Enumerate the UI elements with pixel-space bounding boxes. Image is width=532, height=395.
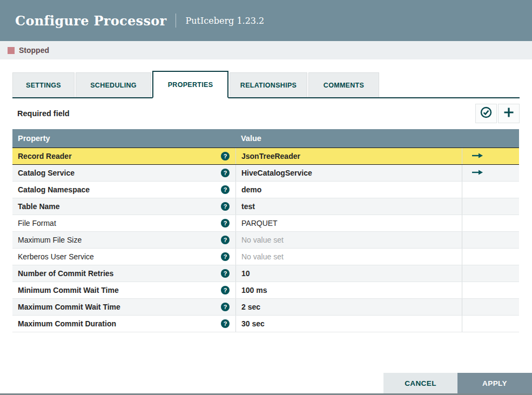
property-name: Catalog Service [18,169,75,177]
action-cell [462,165,519,181]
processor-type-version: PutIceberg 1.23.2 [185,16,264,26]
table-row[interactable]: Kerberos User Service ? No value set [12,249,519,265]
value-cell[interactable]: 2 sec [235,299,462,315]
dialog-footer: CANCEL APPLY [383,373,532,393]
property-name: Maximum Commit Wait Time [18,303,120,311]
stopped-icon [8,47,15,54]
property-cell: Maximum Commit Wait Time ? [12,299,235,315]
property-value: No value set [241,236,284,244]
property-cell: Catalog Namespace ? [12,182,235,198]
help-icon[interactable]: ? [221,286,230,294]
property-cell: File Format ? [12,215,235,231]
help-icon[interactable]: ? [221,319,230,328]
action-cell [462,249,519,265]
add-property-button[interactable] [498,104,520,123]
tab-relationships[interactable]: RELATIONSHIPS [230,72,307,97]
status-bar: Stopped [0,41,532,59]
toolbar-buttons [475,104,520,123]
property-cell: Kerberos User Service ? [12,249,235,265]
required-field-label: Required field [12,109,70,118]
table-row[interactable]: Minimum Commit Wait Time ? 100 ms [12,282,519,299]
table-row[interactable]: Catalog Namespace ? demo [12,182,519,198]
action-cell [462,198,519,215]
dialog-content: SETTINGS SCHEDULING PROPERTIES RELATIONS… [0,71,532,332]
tab-scheduling[interactable]: SCHEDULING [76,72,151,97]
property-value: No value set [241,252,284,261]
property-value: 10 [241,269,250,278]
property-cell: Table Name ? [12,198,235,215]
help-icon[interactable]: ? [221,202,230,211]
property-value: test [241,202,255,211]
help-icon[interactable]: ? [221,269,230,278]
status-label: Stopped [19,46,49,55]
table-row[interactable]: Catalog Service ? HiveCatalogService [12,165,519,182]
property-value: 100 ms [241,286,267,294]
action-cell [462,282,519,298]
help-icon[interactable]: ? [221,252,230,261]
value-cell[interactable]: 100 ms [235,282,462,298]
help-icon[interactable]: ? [221,236,230,244]
property-name: Number of Commit Retries [18,269,113,278]
property-value: PARQUET [241,219,278,227]
goto-service-arrow-icon[interactable] [472,151,483,161]
value-cell[interactable]: PARQUET [235,215,462,231]
apply-button[interactable]: APPLY [457,373,532,393]
help-icon[interactable]: ? [221,152,230,160]
properties-toolbar: Required field [12,104,520,123]
help-icon[interactable]: ? [221,169,230,177]
table-row[interactable]: Maximum Commit Wait Time ? 2 sec [12,299,519,316]
value-cell[interactable]: HiveCatalogService [235,165,462,181]
action-cell [462,148,519,164]
property-table: Property Value Record Reader ? JsonTreeR… [12,129,519,332]
column-header-property: Property [12,134,235,143]
value-cell[interactable]: 30 sec [235,316,462,332]
property-value: JsonTreeReader [241,152,300,160]
value-cell[interactable]: test [235,198,462,215]
property-cell: Minimum Commit Wait Time ? [12,282,235,298]
action-cell [462,182,519,198]
value-cell[interactable]: JsonTreeReader [235,148,462,164]
property-cell: Record Reader ? [12,148,235,164]
help-icon[interactable]: ? [221,219,230,227]
value-cell[interactable]: No value set [235,249,462,265]
title-divider [176,14,176,28]
property-value: HiveCatalogService [241,169,312,177]
plus-icon [502,106,515,121]
tab-comments[interactable]: COMMENTS [308,72,379,97]
value-cell[interactable]: 10 [235,265,462,282]
value-cell[interactable]: demo [235,182,462,198]
verify-properties-button[interactable] [475,104,497,123]
table-row[interactable]: Maximum Commit Duration ? 30 sec [12,316,519,332]
table-row[interactable]: File Format ? PARQUET [12,215,519,232]
tab-bar: SETTINGS SCHEDULING PROPERTIES RELATIONS… [12,71,520,98]
table-header-row: Property Value [12,129,519,148]
dialog-header: Configure Processor PutIceberg 1.23.2 [0,0,532,41]
goto-service-arrow-icon[interactable] [472,168,483,178]
table-row[interactable]: Table Name ? test [12,198,519,215]
property-cell: Catalog Service ? [12,165,235,181]
property-value: 2 sec [241,303,260,311]
property-name: Maximum File Size [18,236,82,244]
property-value: demo [241,185,261,194]
tab-settings[interactable]: SETTINGS [12,72,75,97]
property-name: Record Reader [18,152,72,160]
dialog-title: Configure Processor [15,13,166,29]
table-row[interactable]: Maximum File Size ? No value set [12,232,519,249]
help-icon[interactable]: ? [221,303,230,311]
property-name: File Format [18,219,56,227]
property-name: Kerberos User Service [18,252,94,261]
column-header-value: Value [235,134,462,143]
cancel-button[interactable]: CANCEL [383,373,457,393]
table-row[interactable]: Record Reader ? JsonTreeReader [12,148,519,165]
property-name: Minimum Commit Wait Time [18,286,119,294]
tab-properties[interactable]: PROPERTIES [152,71,228,98]
help-icon[interactable]: ? [221,185,230,194]
value-cell[interactable]: No value set [235,232,462,248]
property-value: 30 sec [241,319,265,328]
table-row[interactable]: Number of Commit Retries ? 10 [12,265,519,282]
action-cell [462,265,519,282]
property-name: Catalog Namespace [18,185,90,194]
action-cell [462,316,519,332]
property-cell: Number of Commit Retries ? [12,265,235,282]
property-name: Table Name [18,202,60,211]
